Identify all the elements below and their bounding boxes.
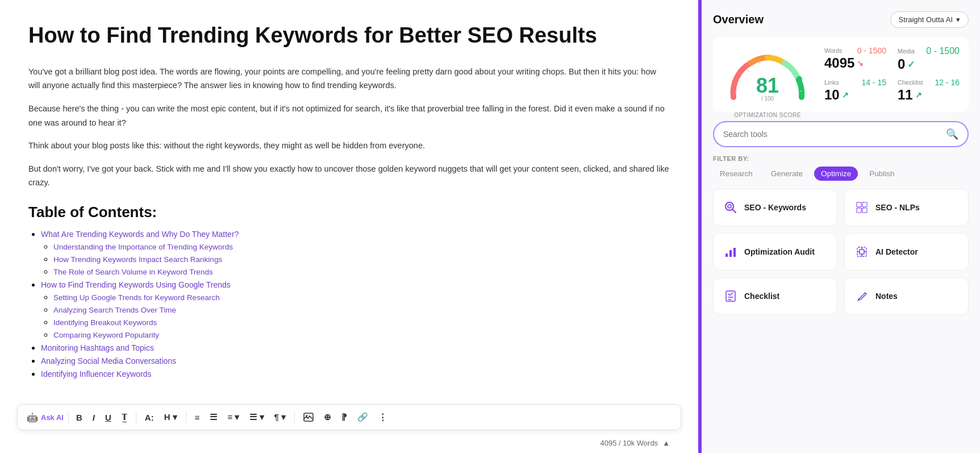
filter-buttons: Research Generate Optimize Publish: [713, 167, 969, 181]
svg-point-15: [728, 205, 731, 208]
filter-generate[interactable]: Generate: [764, 167, 810, 181]
toolbar-divider-3: [294, 412, 295, 423]
article-title: How to Find Trending Keywords for Better…: [28, 23, 670, 49]
checklist-value: 11: [898, 87, 913, 103]
gauge-container: 81 / 100 OPTIMIZATION SCORE: [722, 46, 813, 103]
svg-rect-19: [862, 208, 867, 213]
list-ordered-button[interactable]: ☰ ▾: [247, 410, 266, 424]
overview-title: Overview: [713, 13, 764, 26]
align-left-button[interactable]: ≡: [192, 411, 203, 424]
words-arrow-icon: ↘: [857, 59, 864, 68]
word-count-chevron[interactable]: ▲: [662, 439, 670, 447]
filter-research[interactable]: Research: [713, 167, 760, 181]
word-count-text: 4095 / 10k Words: [600, 439, 658, 447]
more-options-button[interactable]: ⋮: [376, 410, 390, 424]
tool-ai-detector[interactable]: AI Detector: [844, 233, 969, 271]
links-arrow-icon: ↗: [842, 90, 849, 99]
toolbar-divider-2: [186, 412, 186, 423]
paragraph-2: Because here's the thing - you can write…: [28, 102, 670, 130]
ai-detector-label: AI Detector: [875, 247, 918, 256]
score-section: 81 / 100 OPTIMIZATION SCORE Words 0 - 15…: [713, 37, 969, 112]
bold-button[interactable]: B: [73, 411, 85, 424]
svg-line-4: [748, 70, 749, 72]
italic-button[interactable]: I: [90, 411, 98, 424]
toc-sublist-2: Setting Up Google Trends for Keyword Res…: [41, 292, 670, 340]
checklist-label: Checklist: [744, 292, 779, 301]
svg-point-11: [796, 76, 802, 82]
toolbar-divider-1: [136, 412, 136, 423]
paragraph-button[interactable]: ¶ ▾: [272, 410, 289, 424]
stat-media: Media 0 - 1500 0 ✓: [898, 46, 960, 72]
insert-button[interactable]: ⊕: [321, 410, 334, 424]
toc-link-2[interactable]: How to Find Trending Keywords Using Goog…: [41, 280, 231, 289]
right-panel: Overview Straight Outta AI ▾: [702, 0, 980, 453]
filter-publish[interactable]: Publish: [862, 167, 901, 181]
links-range: 14 - 15: [861, 78, 886, 87]
seo-nlps-icon: [854, 200, 870, 215]
filter-optimize[interactable]: Optimize: [814, 167, 858, 181]
tool-notes[interactable]: Notes: [844, 277, 969, 315]
media-range: 0 - 1500: [926, 46, 960, 56]
svg-text:81: 81: [756, 74, 779, 97]
editor-toolbar: 🤖 Ask AI B I U T̲ A: H ▾ ≡ ☰ ≡ ▾ ☰ ▾ ¶ ▾…: [17, 404, 681, 430]
optimization-audit-label: Optimization Audit: [744, 247, 815, 256]
toc-sublist-1: Understanding the Importance of Trending…: [41, 242, 670, 277]
optimization-audit-icon: [723, 244, 739, 260]
heading-button[interactable]: H ▾: [161, 410, 180, 424]
stat-words: Words 0 - 1500 4095 ↘: [824, 46, 886, 72]
filter-label: FILTER BY:: [713, 155, 969, 162]
toc-item-1: What Are Trending Keywords and Why Do Th…: [41, 229, 670, 277]
strikethrough-button[interactable]: T̲: [119, 410, 130, 424]
font-size-button[interactable]: A:: [142, 411, 157, 424]
optimization-score-label: OPTIMIZATION SCORE: [722, 112, 813, 118]
svg-rect-18: [857, 208, 861, 213]
align-center-button[interactable]: ☰: [207, 410, 220, 424]
toc-subitem-2-4: Comparing Keyword Popularity: [53, 330, 670, 340]
filter-section: FILTER BY: Research Generate Optimize Pu…: [713, 155, 969, 181]
ask-ai-icon: 🤖: [27, 412, 38, 423]
seo-keywords-label: SEO - Keywords: [744, 203, 806, 212]
tool-seo-keywords[interactable]: SEO - Keywords: [713, 189, 837, 226]
toc-item-3: Monitoring Hashtags and Topics: [41, 343, 670, 353]
toc-link-1[interactable]: What Are Trending Keywords and Why Do Th…: [41, 230, 239, 239]
list-button[interactable]: ≡ ▾: [224, 410, 242, 424]
ai-detector-icon: [854, 244, 870, 260]
links-value: 10: [824, 87, 840, 103]
stats-grid: Words 0 - 1500 4095 ↘ Media 0 - 1500 0 ✓: [824, 46, 960, 103]
image-button[interactable]: [301, 411, 316, 423]
toc-list: What Are Trending Keywords and Why Do Th…: [28, 229, 670, 379]
svg-rect-20: [725, 253, 728, 257]
toc-subitem-2-2: Analyzing Search Trends Over Time: [53, 305, 670, 315]
svg-rect-24: [860, 250, 864, 254]
toc-subitem-2-1: Setting Up Google Trends for Keyword Res…: [53, 292, 670, 302]
stat-checklist: Checklist 12 - 16 11 ↗: [898, 78, 960, 103]
toc-heading: Table of Contents:: [28, 203, 670, 221]
svg-line-5: [759, 62, 760, 64]
svg-line-3: [739, 80, 741, 82]
link-button[interactable]: 🔗: [355, 410, 371, 424]
tool-checklist[interactable]: Checklist: [713, 277, 837, 315]
article-body: You've got a brilliant blog post idea. T…: [28, 65, 670, 379]
search-tools-container[interactable]: 🔍: [713, 121, 969, 147]
search-tools-input[interactable]: [723, 130, 946, 139]
tool-optimization-audit[interactable]: Optimization Audit: [713, 233, 837, 271]
paragraph-4: But don't worry, I've got your back. Sti…: [28, 162, 670, 190]
brand-dropdown[interactable]: Straight Outta AI ▾: [890, 11, 969, 28]
underline-button[interactable]: U: [102, 411, 114, 424]
ask-ai-button[interactable]: 🤖 Ask AI: [27, 412, 69, 423]
svg-line-32: [864, 293, 865, 294]
checklist-icon: [723, 288, 739, 304]
svg-rect-22: [733, 248, 736, 257]
gauge-svg: 81 / 100: [722, 46, 813, 109]
stat-links: Links 14 - 15 10 ↗: [824, 78, 886, 103]
words-value: 4095: [824, 55, 854, 71]
overview-header: Overview Straight Outta AI ▾: [713, 11, 969, 28]
checklist-range: 12 - 16: [935, 78, 960, 87]
tool-seo-nlps[interactable]: SEO - NLPs: [844, 189, 969, 226]
columns-button[interactable]: ⁋: [339, 410, 350, 424]
paragraph-3: Think about your blog posts like this: w…: [28, 139, 670, 153]
search-icon[interactable]: 🔍: [946, 128, 958, 140]
svg-rect-16: [857, 202, 861, 207]
seo-keywords-icon: [723, 200, 739, 215]
tools-grid: SEO - Keywords SEO - NLPs: [713, 189, 969, 315]
